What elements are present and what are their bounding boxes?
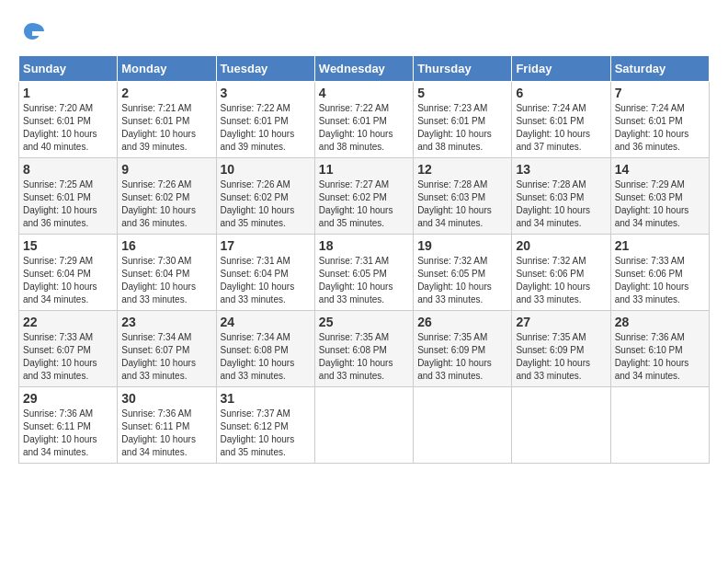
- day-info: Sunrise: 7:35 AMSunset: 6:08 PMDaylight:…: [319, 331, 409, 383]
- day-info: Sunrise: 7:22 AMSunset: 6:01 PMDaylight:…: [221, 102, 311, 154]
- calendar-cell: 2Sunrise: 7:21 AMSunset: 6:01 PMDaylight…: [118, 82, 216, 158]
- calendar-week-row: 22Sunrise: 7:33 AMSunset: 6:07 PMDayligh…: [19, 311, 710, 387]
- day-number: 28: [615, 315, 705, 329]
- day-info: Sunrise: 7:24 AMSunset: 6:01 PMDaylight:…: [615, 102, 705, 154]
- calendar-cell: 19Sunrise: 7:32 AMSunset: 6:05 PMDayligh…: [414, 235, 512, 311]
- weekday-header-saturday: Saturday: [610, 56, 709, 82]
- calendar-cell: 23Sunrise: 7:34 AMSunset: 6:07 PMDayligh…: [118, 311, 216, 387]
- weekday-header-thursday: Thursday: [414, 56, 512, 82]
- day-info: Sunrise: 7:21 AMSunset: 6:01 PMDaylight:…: [121, 102, 211, 154]
- calendar-cell: 9Sunrise: 7:26 AMSunset: 6:02 PMDaylight…: [118, 158, 216, 235]
- day-number: 21: [615, 238, 705, 253]
- day-info: Sunrise: 7:32 AMSunset: 6:05 PMDaylight:…: [417, 255, 507, 306]
- calendar-cell: 11Sunrise: 7:27 AMSunset: 6:02 PMDayligh…: [314, 158, 413, 235]
- calendar-cell: 15Sunrise: 7:29 AMSunset: 6:04 PMDayligh…: [19, 235, 118, 311]
- day-info: Sunrise: 7:35 AMSunset: 6:09 PMDaylight:…: [417, 331, 507, 383]
- day-number: 10: [221, 162, 311, 177]
- weekday-header-tuesday: Tuesday: [216, 56, 314, 82]
- day-info: Sunrise: 7:25 AMSunset: 6:01 PMDaylight:…: [23, 178, 113, 230]
- day-info: Sunrise: 7:26 AMSunset: 6:02 PMDaylight:…: [221, 178, 311, 230]
- calendar-cell: 6Sunrise: 7:24 AMSunset: 6:01 PMDaylight…: [512, 82, 610, 158]
- day-info: Sunrise: 7:33 AMSunset: 6:07 PMDaylight:…: [23, 331, 113, 383]
- weekday-header-wednesday: Wednesday: [314, 56, 413, 82]
- calendar-week-row: 1Sunrise: 7:20 AMSunset: 6:01 PMDaylight…: [19, 82, 710, 158]
- day-info: Sunrise: 7:33 AMSunset: 6:06 PMDaylight:…: [615, 255, 705, 306]
- calendar-cell: 7Sunrise: 7:24 AMSunset: 6:01 PMDaylight…: [610, 82, 709, 158]
- weekday-header-row: SundayMondayTuesdayWednesdayThursdayFrid…: [19, 56, 710, 82]
- day-info: Sunrise: 7:34 AMSunset: 6:07 PMDaylight:…: [121, 331, 211, 383]
- day-info: Sunrise: 7:27 AMSunset: 6:02 PMDaylight:…: [319, 178, 409, 230]
- day-number: 18: [319, 238, 409, 253]
- day-number: 13: [516, 162, 606, 177]
- day-info: Sunrise: 7:37 AMSunset: 6:12 PMDaylight:…: [221, 408, 311, 459]
- calendar-cell: 10Sunrise: 7:26 AMSunset: 6:02 PMDayligh…: [216, 158, 314, 235]
- weekday-header-monday: Monday: [118, 56, 216, 82]
- calendar-cell: 5Sunrise: 7:23 AMSunset: 6:01 PMDaylight…: [414, 82, 512, 158]
- day-info: Sunrise: 7:29 AMSunset: 6:04 PMDaylight:…: [23, 255, 113, 306]
- day-info: Sunrise: 7:32 AMSunset: 6:06 PMDaylight:…: [516, 255, 606, 306]
- calendar-cell: 22Sunrise: 7:33 AMSunset: 6:07 PMDayligh…: [19, 311, 118, 387]
- day-info: Sunrise: 7:29 AMSunset: 6:03 PMDaylight:…: [615, 178, 705, 230]
- day-number: 29: [23, 391, 113, 406]
- day-number: 27: [516, 315, 606, 329]
- calendar-cell: [610, 387, 709, 464]
- calendar-cell: 3Sunrise: 7:22 AMSunset: 6:01 PMDaylight…: [216, 82, 314, 158]
- day-number: 7: [615, 86, 705, 100]
- logo-icon: [18, 18, 46, 46]
- day-number: 16: [121, 238, 211, 253]
- calendar-cell: 18Sunrise: 7:31 AMSunset: 6:05 PMDayligh…: [314, 235, 413, 311]
- calendar-table: SundayMondayTuesdayWednesdayThursdayFrid…: [18, 55, 710, 464]
- day-info: Sunrise: 7:31 AMSunset: 6:05 PMDaylight:…: [319, 255, 409, 306]
- calendar-cell: 4Sunrise: 7:22 AMSunset: 6:01 PMDaylight…: [314, 82, 413, 158]
- calendar-cell: 21Sunrise: 7:33 AMSunset: 6:06 PMDayligh…: [610, 235, 709, 311]
- calendar-cell: [414, 387, 512, 464]
- day-number: 22: [23, 315, 113, 329]
- day-info: Sunrise: 7:36 AMSunset: 6:11 PMDaylight:…: [121, 408, 211, 459]
- day-number: 23: [121, 315, 211, 329]
- day-number: 6: [516, 86, 606, 100]
- day-number: 17: [221, 238, 311, 253]
- day-number: 30: [121, 391, 211, 406]
- calendar-cell: 24Sunrise: 7:34 AMSunset: 6:08 PMDayligh…: [216, 311, 314, 387]
- day-number: 19: [417, 238, 507, 253]
- calendar-cell: 29Sunrise: 7:36 AMSunset: 6:11 PMDayligh…: [19, 387, 118, 464]
- day-info: Sunrise: 7:31 AMSunset: 6:04 PMDaylight:…: [221, 255, 311, 306]
- day-info: Sunrise: 7:36 AMSunset: 6:10 PMDaylight:…: [615, 331, 705, 383]
- calendar-cell: 30Sunrise: 7:36 AMSunset: 6:11 PMDayligh…: [118, 387, 216, 464]
- calendar-cell: 25Sunrise: 7:35 AMSunset: 6:08 PMDayligh…: [314, 311, 413, 387]
- day-number: 8: [23, 162, 113, 177]
- day-info: Sunrise: 7:23 AMSunset: 6:01 PMDaylight:…: [417, 102, 507, 154]
- day-info: Sunrise: 7:20 AMSunset: 6:01 PMDaylight:…: [23, 102, 113, 154]
- day-info: Sunrise: 7:36 AMSunset: 6:11 PMDaylight:…: [23, 408, 113, 459]
- calendar-cell: 16Sunrise: 7:30 AMSunset: 6:04 PMDayligh…: [118, 235, 216, 311]
- day-number: 14: [615, 162, 705, 177]
- day-info: Sunrise: 7:34 AMSunset: 6:08 PMDaylight:…: [221, 331, 311, 383]
- day-number: 3: [221, 86, 311, 100]
- day-number: 4: [319, 86, 409, 100]
- day-number: 31: [221, 391, 311, 406]
- calendar-cell: 20Sunrise: 7:32 AMSunset: 6:06 PMDayligh…: [512, 235, 610, 311]
- day-info: Sunrise: 7:30 AMSunset: 6:04 PMDaylight:…: [121, 255, 211, 306]
- day-info: Sunrise: 7:28 AMSunset: 6:03 PMDaylight:…: [516, 178, 606, 230]
- day-info: Sunrise: 7:26 AMSunset: 6:02 PMDaylight:…: [121, 178, 211, 230]
- calendar-week-row: 8Sunrise: 7:25 AMSunset: 6:01 PMDaylight…: [19, 158, 710, 235]
- logo: [18, 18, 48, 46]
- calendar-cell: [314, 387, 413, 464]
- page-header: [18, 18, 710, 46]
- day-number: 12: [417, 162, 507, 177]
- day-number: 2: [121, 86, 211, 100]
- calendar-cell: 1Sunrise: 7:20 AMSunset: 6:01 PMDaylight…: [19, 82, 118, 158]
- day-number: 9: [121, 162, 211, 177]
- weekday-header-friday: Friday: [512, 56, 610, 82]
- calendar-cell: 31Sunrise: 7:37 AMSunset: 6:12 PMDayligh…: [216, 387, 314, 464]
- calendar-cell: 26Sunrise: 7:35 AMSunset: 6:09 PMDayligh…: [414, 311, 512, 387]
- calendar-cell: 27Sunrise: 7:35 AMSunset: 6:09 PMDayligh…: [512, 311, 610, 387]
- calendar-cell: 8Sunrise: 7:25 AMSunset: 6:01 PMDaylight…: [19, 158, 118, 235]
- day-number: 11: [319, 162, 409, 177]
- day-info: Sunrise: 7:22 AMSunset: 6:01 PMDaylight:…: [319, 102, 409, 154]
- day-number: 5: [417, 86, 507, 100]
- calendar-week-row: 15Sunrise: 7:29 AMSunset: 6:04 PMDayligh…: [19, 235, 710, 311]
- day-info: Sunrise: 7:35 AMSunset: 6:09 PMDaylight:…: [516, 331, 606, 383]
- calendar-cell: [512, 387, 610, 464]
- calendar-cell: 12Sunrise: 7:28 AMSunset: 6:03 PMDayligh…: [414, 158, 512, 235]
